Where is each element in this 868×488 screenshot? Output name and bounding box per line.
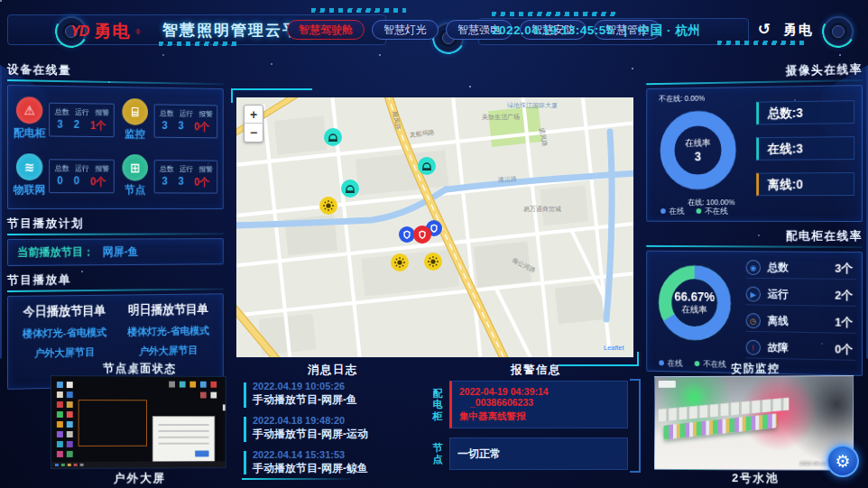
map-park: [488, 106, 542, 147]
cabinet-total-row: ◉ 总数 3个: [746, 257, 856, 280]
device-name: 配电柜: [14, 125, 45, 141]
map-corner-decoration: [231, 88, 312, 103]
device-stats: 总数 运行 报警 3 2 1个: [49, 102, 115, 137]
offline-pct-label: 不在线: 0.00%: [659, 94, 705, 105]
camera-watermark: [659, 381, 676, 388]
log-entry: 2022.04.18 19:48:20 手动播放节目-网屏-运动: [242, 413, 424, 446]
camera-panel-title: 摄像头在线率: [646, 61, 863, 81]
playlist-title: 节目播放单: [7, 271, 224, 289]
alarm-group-cabinet: 配电柜 2022-04-19 04:39:14 _00386606233 集中器…: [431, 381, 628, 428]
fault-icon: !: [746, 340, 761, 355]
settings-gear-icon[interactable]: ⚙: [826, 445, 859, 477]
device-card-iot: ≋ 物联网 总数 运行 报警 0 0 0个: [12, 148, 116, 203]
cabinet-panel-title: 配电柜在线率: [646, 227, 863, 244]
alarm-body: 配电柜 2022-04-19 04:39:14 _00386606233 集中器…: [431, 381, 628, 479]
today-playlist-heading[interactable]: 今日播放节目单: [12, 302, 117, 319]
tab-smart-cockpit[interactable]: 智慧驾驶舱: [287, 20, 365, 40]
log-list: 2022.04.19 10:05:26 手动播放节目-网屏-鱼 2022.04.…: [242, 379, 424, 474]
logo-registered-mark: ®: [135, 29, 140, 35]
desktop-selection-rect: [78, 400, 147, 447]
camera-offline-stat: 离线:0: [756, 172, 854, 196]
playlist-item: 户外大屏节目: [12, 345, 117, 361]
total-icon: ◉: [746, 260, 761, 275]
playlist-item: 户外大屏节目: [117, 344, 219, 359]
camera-feed[interactable]: 2022-04-19 13:45:54: [654, 375, 854, 471]
cabinet-fault-row: ! 故障 0个: [746, 337, 856, 361]
header-knob-right: [823, 16, 854, 47]
device-card-cabinet: ⚠ 配电柜 总数 运行 报警 3 2 1个: [12, 91, 116, 147]
cabinet-donut-chart: 66.67% 在线率: [652, 258, 737, 347]
divider: [242, 478, 351, 480]
header-dashes-far-right: [717, 41, 808, 45]
playlist-item: 楼体灯光-省电模式: [117, 324, 219, 339]
desktop-taskbar: [51, 461, 226, 468]
map-label: 美致生活广场: [482, 114, 520, 121]
legend-online-dot: [660, 208, 666, 214]
map-label: 易万通商贸城: [523, 205, 561, 213]
dashboard-root: YD 勇电 ® 智慧照明管理云平台V5.0 智慧驾驶舱 智慧灯光 智慧强电 智慧…: [0, 0, 868, 488]
camera-online-stat: 在线:3: [756, 136, 854, 161]
donut-center-value: 3: [695, 150, 701, 164]
alarm-bracket-decoration: [630, 379, 641, 473]
device-panel-title: 设备在线量: [7, 61, 224, 81]
back-icon[interactable]: ↺: [758, 20, 771, 39]
alarm-card-node: 一切正常: [449, 437, 628, 470]
desktop-screenshot[interactable]: [51, 375, 226, 469]
datetime: 2022.04.19 13:45:55: [492, 23, 614, 37]
map-zoom-control[interactable]: + −: [244, 105, 263, 143]
donut-center-label: 在线率: [682, 303, 707, 316]
donut-center-value: 66.67%: [674, 290, 715, 304]
node-icon: ⊞: [122, 154, 148, 181]
cabinet-alarm-icon: ⚠: [16, 97, 42, 124]
cabinet-online-panel: 66.67% 在线率 ◉ 总数 3个 ▶ 运行 2个 ◷ 离线 1个 !: [646, 251, 863, 376]
cabinet-running-row: ▶ 运行 2个: [746, 284, 856, 307]
donut-center-label: 在线率: [685, 137, 710, 150]
desktop-dialog-window: [152, 416, 215, 462]
alarm-value: 1个: [90, 118, 106, 134]
current-program-box: 当前播放节目： 网屏-鱼: [7, 238, 224, 266]
camera-online-panel: 不在线: 0.00% 在线率 3 在线: 100.00% 总数:3 在线:3 离…: [646, 85, 863, 222]
left-column: 设备在线量 ⚠ 配电柜 总数 运行 报警 3 2: [7, 61, 224, 361]
node-desktop-panel: 节点桌面状态 户外大屏: [47, 361, 231, 487]
brand-logo: YD 勇电 ®: [70, 20, 140, 43]
current-program-value: 网屏-鱼: [103, 244, 139, 260]
leaflet-attribution[interactable]: Leaflet: [604, 344, 624, 352]
legend-offline-dot: [697, 208, 702, 214]
device-stats: 总数 运行 报警 3 3 0个: [154, 104, 218, 138]
device-name: 节点: [125, 183, 145, 198]
camera-donut-chart: 在线率 3: [654, 104, 743, 197]
message-log-panel: 消息日志 2022.04.19 10:05:26 手动播放节目-网屏-鱼 202…: [242, 363, 424, 482]
zoom-in-button[interactable]: +: [245, 106, 263, 124]
tab-smart-lighting[interactable]: 智慧灯光: [372, 20, 439, 40]
running-value: 2: [74, 117, 79, 133]
playlist-item: 楼体灯光-省电模式: [12, 326, 117, 341]
camera-legend: 在线 不在线: [660, 206, 728, 217]
header-dashes-right: [492, 12, 618, 16]
alarm-category: 节点: [431, 442, 444, 465]
header-dashes-center: [311, 8, 406, 13]
right-column: 摄像头在线率 不在线: 0.00% 在线率 3 在线: 100.00% 总数:3…: [646, 61, 863, 361]
alarm-time: 2022-04-19 04:39:14: [459, 386, 549, 397]
header: YD 勇电 ® 智慧照明管理云平台V5.0 智慧驾驶舱 智慧灯光 智慧强电 智慧…: [0, 0, 868, 52]
camera-total-stat: 总数:3: [756, 100, 854, 124]
street-map[interactable]: 美致生活广场 绿地珠江国际大厦 易万通商贸城 龙船坞路 盛凤路 南公河路 顺凤路…: [236, 97, 633, 357]
alarm-panel-title: 报警信息: [431, 363, 641, 378]
logo-yd-icon: YD: [70, 23, 88, 40]
tomorrow-playlist-heading[interactable]: 明日播放节目单: [117, 301, 219, 318]
map-panel[interactable]: 美致生活广场 绿地珠江国际大厦 易万通商贸城 龙船坞路 盛凤路 南公河路 顺凤路…: [236, 97, 633, 357]
zoom-out-button[interactable]: −: [245, 124, 263, 142]
col-running: 运行: [75, 106, 89, 117]
user-name[interactable]: 勇电: [783, 22, 814, 39]
alarm-group-node: 节点 一切正常: [431, 437, 628, 470]
desktop-icons-top-right: [210, 382, 217, 388]
device-name: 监控: [125, 127, 145, 143]
alarm-category: 配电柜: [431, 388, 444, 422]
header-dashes-left: [159, 41, 240, 46]
play-plan-title: 节目播放计划: [7, 216, 224, 232]
desktop-icons: [57, 382, 63, 388]
log-entry: 2022.04.19 10:05:26 手动播放节目-网屏-鱼: [242, 379, 424, 411]
desktop-caption: 户外大屏: [47, 470, 231, 487]
log-panel-title: 消息日志: [242, 363, 424, 378]
surveillance-camera-icon: ⌸: [122, 98, 148, 125]
divider: [7, 288, 224, 292]
